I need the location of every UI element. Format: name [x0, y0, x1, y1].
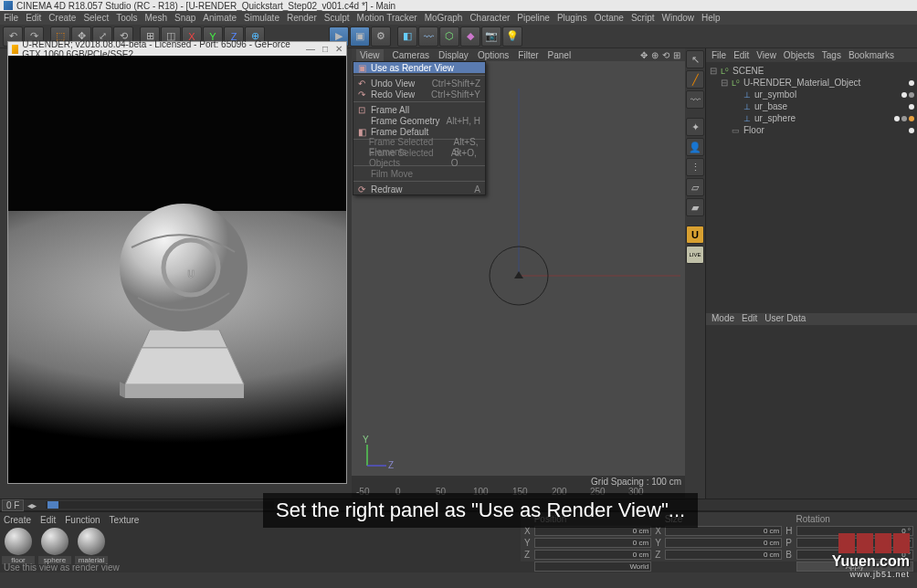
svg-text:Y: Y: [363, 435, 369, 445]
menu-item[interactable]: Frame GeometryAlt+H, H: [353, 115, 485, 126]
minimize-button[interactable]: —: [306, 44, 315, 54]
menu-motion tracker[interactable]: Motion Tracker: [357, 13, 417, 23]
menu-item[interactable]: ◧Frame Default: [353, 126, 485, 137]
menu-mesh[interactable]: Mesh: [145, 13, 167, 23]
menu-item[interactable]: ↶Undo ViewCtrl+Shift+Z: [353, 78, 485, 89]
tree-row[interactable]: ⊥ur_sphere: [709, 112, 914, 124]
menu-plugins[interactable]: Plugins: [557, 13, 587, 23]
menu-animate[interactable]: Animate: [203, 13, 237, 23]
urender-titlebar[interactable]: U-RENDER; v2018.08.04-beta - Licensed - …: [8, 42, 346, 56]
vtool-axis[interactable]: ✦: [686, 118, 704, 136]
menu-item[interactable]: ▣Use as Render View: [353, 62, 485, 73]
vtool-brush[interactable]: 〰: [686, 90, 704, 109]
tree-row[interactable]: ⊥ur_symbol: [709, 89, 914, 100]
viewport-status: Grid Spacing : 100 cm: [352, 476, 685, 487]
menu-item[interactable]: ⊡Frame All: [353, 104, 485, 115]
viewport-menu-display[interactable]: Display: [438, 50, 469, 60]
attribute-manager: ModeEditUser Data: [706, 313, 917, 499]
render-region-button[interactable]: ▣: [350, 26, 370, 47]
objmenu-tags[interactable]: Tags: [822, 50, 841, 60]
matmenu-item[interactable]: Function: [65, 515, 100, 525]
maximize-button[interactable]: □: [322, 44, 328, 54]
close-button[interactable]: ✕: [335, 44, 343, 54]
tree-row[interactable]: ⊟L⁰U-RENDER_Material_Object: [709, 77, 914, 89]
viewport-menu-panel[interactable]: Panel: [548, 50, 572, 60]
vtool-edge[interactable]: ╱: [686, 70, 704, 89]
svg-marker-10: [125, 384, 244, 398]
objmenu-objects[interactable]: Objects: [784, 50, 815, 60]
menu-pipeline[interactable]: Pipeline: [517, 13, 550, 23]
material-list: floorspherematerial: [2, 528, 519, 564]
tree-row[interactable]: ⊥ur_base: [709, 100, 914, 112]
frame-field[interactable]: 0 F: [2, 499, 24, 511]
viewport-menu-options[interactable]: Options: [478, 50, 509, 60]
viewport-orbit-icon[interactable]: ⟲: [662, 50, 669, 60]
vtool-char[interactable]: 👤: [686, 138, 704, 156]
add-camera-button[interactable]: 📷: [481, 26, 501, 47]
tutorial-caption: Set the right panel as "Use as Render Vi…: [263, 493, 698, 528]
menu-item[interactable]: Frame Selected ObjectsAlt+O, O: [353, 152, 485, 163]
add-deformer-button[interactable]: ◆: [460, 26, 480, 47]
attrmenu-item[interactable]: User Data: [764, 313, 806, 325]
attrmenu-item[interactable]: Mode: [711, 313, 734, 325]
viewport-nav-icon[interactable]: ✥: [640, 50, 648, 60]
menu-simulate[interactable]: Simulate: [244, 13, 279, 23]
tree-row[interactable]: ▭Floor: [709, 124, 914, 136]
viewport-menu-filter[interactable]: Filter: [518, 50, 538, 60]
add-spline-button[interactable]: 〰: [418, 26, 438, 47]
menu-window[interactable]: Window: [662, 13, 695, 23]
objmenu-edit[interactable]: Edit: [733, 50, 749, 60]
timeline-slider[interactable]: [46, 501, 274, 509]
vtool-point[interactable]: ⋮: [686, 158, 704, 176]
tree-row[interactable]: ⊟L⁰SCENE: [709, 65, 914, 77]
objmenu-view[interactable]: View: [756, 50, 776, 60]
menu-help[interactable]: Help: [701, 13, 721, 23]
menu-edit[interactable]: Edit: [26, 13, 41, 23]
matmenu-item[interactable]: Texture: [110, 515, 140, 525]
vtool-edge2[interactable]: ▱: [686, 178, 704, 196]
viewport-menu-view[interactable]: View: [356, 49, 384, 61]
matmenu-item[interactable]: Create: [4, 515, 31, 525]
svg-marker-9: [125, 348, 244, 384]
urender-viewport[interactable]: U: [8, 56, 346, 483]
menu-render[interactable]: Render: [287, 13, 317, 23]
svg-text:Z: Z: [388, 460, 394, 470]
vtool-face[interactable]: ▰: [686, 198, 704, 216]
add-generator-button[interactable]: ⬡: [439, 26, 459, 47]
menu-script[interactable]: Script: [631, 13, 655, 23]
menu-tools[interactable]: Tools: [116, 13, 137, 23]
objmenu-bookmarks[interactable]: Bookmarks: [848, 50, 894, 60]
attrmenu-item[interactable]: Edit: [742, 313, 757, 325]
viewport-layout-icon[interactable]: ⊞: [673, 50, 680, 60]
viewport-menubar: View Cameras Display Options Filter Pane…: [352, 48, 685, 61]
render-settings-button[interactable]: ⚙: [371, 26, 391, 47]
vtool-urender[interactable]: U: [686, 226, 704, 244]
viewport-menu-cameras[interactable]: Cameras: [393, 50, 430, 60]
viewport-zoom-icon[interactable]: ⊕: [651, 50, 659, 60]
menu-item[interactable]: ⟳RedrawA: [353, 184, 485, 194]
menu-item[interactable]: Film Move: [353, 168, 485, 179]
menu-octane[interactable]: Octane: [595, 13, 624, 23]
menu-create[interactable]: Create: [48, 13, 76, 23]
urender-icon: [12, 45, 18, 54]
urender-window: U-RENDER; v2018.08.04-beta - Licensed - …: [7, 41, 347, 484]
matmenu-item[interactable]: Edit: [40, 515, 56, 525]
menu-character[interactable]: Character: [469, 13, 510, 23]
material-slot[interactable]: floor: [2, 528, 35, 564]
menu-item[interactable]: ↷Redo ViewCtrl+Shift+Y: [353, 89, 485, 100]
add-cube-button[interactable]: ◧: [397, 26, 417, 47]
menu-file[interactable]: File: [4, 13, 18, 23]
material-slot[interactable]: sphere: [38, 528, 71, 564]
object-tree[interactable]: ⊟L⁰SCENE⊟L⁰U-RENDER_Material_Object⊥ur_s…: [706, 62, 917, 139]
watermark: Yuuen.com www.jb51.net: [832, 533, 910, 579]
menu-snap[interactable]: Snap: [174, 13, 195, 23]
add-light-button[interactable]: 💡: [502, 26, 522, 47]
window-titlebar: CINEMA 4D R18.057 Studio (RC - R18) - [U…: [0, 0, 917, 11]
material-slot[interactable]: material: [75, 528, 108, 564]
vtool-live[interactable]: LIVE: [686, 246, 704, 264]
vtool-cursor[interactable]: ↖: [686, 50, 704, 68]
menu-select[interactable]: Select: [83, 13, 109, 23]
menu-mograph[interactable]: MoGraph: [425, 13, 463, 23]
menu-sculpt[interactable]: Sculpt: [324, 13, 350, 23]
objmenu-file[interactable]: File: [711, 50, 726, 60]
